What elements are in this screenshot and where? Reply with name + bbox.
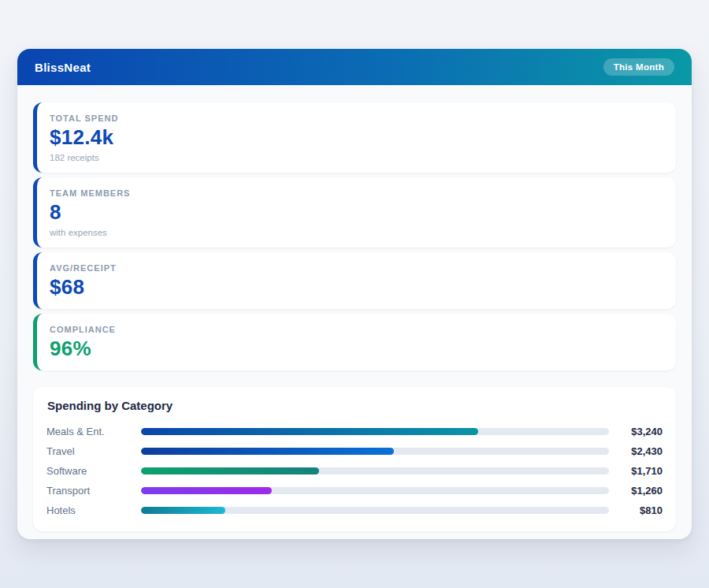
- stat-value: $12.4k: [50, 125, 663, 150]
- category-label: Software: [46, 465, 141, 477]
- category-value: $810: [617, 504, 663, 516]
- category-bar-track: [141, 448, 609, 455]
- category-label: Travel: [46, 445, 141, 457]
- stat-sub: 182 receipts: [50, 152, 663, 163]
- spending-card: Spending by Category Meals & Ent. $3,240…: [33, 387, 676, 531]
- period-badge[interactable]: This Month: [603, 58, 674, 76]
- category-label: Meals & Ent.: [46, 426, 141, 437]
- category-value: $2,430: [617, 445, 663, 457]
- category-row: Software $1,710: [46, 461, 663, 481]
- category-bar-fill: [141, 448, 394, 455]
- stat-label: TOTAL SPEND: [50, 113, 663, 124]
- category-label: Hotels: [46, 504, 141, 516]
- category-rows: Meals & Ent. $3,240 Travel $2,430 Softwa…: [46, 422, 663, 520]
- app-header: BlissNeat This Month: [17, 49, 692, 85]
- app-card: BlissNeat This Month TOTAL SPEND $12.4k …: [17, 49, 692, 539]
- category-row: Travel $2,430: [46, 441, 663, 461]
- stat-card: AVG/RECEIPT $68: [33, 252, 676, 309]
- category-bar-track: [141, 428, 609, 435]
- category-value: $3,240: [617, 426, 663, 437]
- category-bar-fill: [141, 428, 478, 435]
- category-bar-fill: [141, 487, 272, 494]
- category-row: Meals & Ent. $3,240: [46, 422, 663, 441]
- stat-value: 8: [50, 200, 663, 225]
- category-row: Transport $1,260: [46, 481, 663, 501]
- spending-title: Spending by Category: [47, 399, 663, 412]
- stat-label: COMPLIANCE: [50, 324, 663, 335]
- category-bar-track: [141, 487, 609, 494]
- category-bar-track: [141, 507, 609, 514]
- content: TOTAL SPEND $12.4k 182 receipts TEAM MEM…: [17, 85, 692, 539]
- stat-label: TEAM MEMBERS: [50, 188, 663, 199]
- stat-card: TOTAL SPEND $12.4k 182 receipts: [33, 102, 676, 173]
- category-value: $1,710: [617, 465, 663, 477]
- stat-value: $68: [50, 275, 663, 300]
- category-value: $1,260: [617, 485, 663, 497]
- stat-value: 96%: [50, 337, 663, 361]
- stat-card: COMPLIANCE 96%: [33, 314, 676, 370]
- category-bar-track: [141, 467, 609, 474]
- stat-label: AVG/RECEIPT: [50, 262, 663, 274]
- stats-list: TOTAL SPEND $12.4k 182 receipts TEAM MEM…: [33, 102, 676, 370]
- stat-card: TEAM MEMBERS 8 with expenses: [33, 177, 676, 247]
- category-bar-fill: [141, 507, 225, 514]
- category-label: Transport: [46, 485, 141, 497]
- category-row: Hotels $810: [46, 501, 663, 520]
- category-bar-fill: [141, 467, 319, 474]
- stat-sub: with expenses: [50, 227, 663, 238]
- app-title: BlissNeat: [35, 61, 91, 74]
